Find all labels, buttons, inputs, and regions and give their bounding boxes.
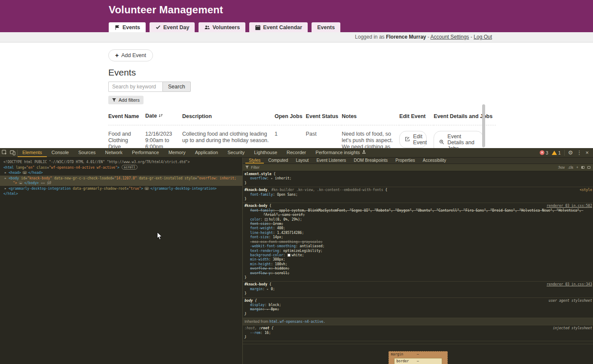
css-declaration[interactable]: font-weight: 400; [245, 226, 591, 231]
app-tab-event-day[interactable]: Event Day [150, 22, 195, 32]
sidebar-tab-accessibility[interactable]: Accessibility [419, 158, 449, 164]
expand-arrow-icon[interactable]: ▶ [5, 176, 9, 181]
settings-gear-icon[interactable]: ⚙ [568, 150, 573, 155]
dom-tree-node[interactable]: </html> [0, 191, 242, 197]
column-header-notes[interactable]: Notes [342, 108, 399, 125]
style-rule[interactable]: renderer_03_in.css:502#knack-body {font-… [243, 203, 593, 282]
color-swatch[interactable] [265, 218, 268, 221]
devtools-tab-elements[interactable]: Elements [18, 148, 47, 157]
css-declaration[interactable]: overflow: ▸ inherit; [245, 176, 591, 181]
css-declaration[interactable]: min-height: 100vh; [245, 262, 591, 267]
expand-arrow-icon[interactable]: ▶ [5, 170, 9, 175]
sidebar-tab-styles[interactable]: Styles [245, 158, 264, 164]
log-out-link[interactable]: Log Out [474, 34, 492, 40]
dom-tree-node[interactable]: ▶<body id="knack-body" data-new-gr-c-s-c… [0, 176, 242, 181]
account-settings-link[interactable]: Account Settings [431, 34, 469, 40]
stylesheet-source-link[interactable]: user agent stylesheet [549, 299, 592, 303]
css-declaration[interactable]: text-rendering: optimizeLegibility; [245, 249, 591, 253]
sidebar-tab-layout[interactable]: Layout [292, 158, 312, 164]
devtools-tab-console[interactable]: Console [47, 148, 73, 157]
app-tab-events[interactable]: Events [312, 22, 340, 32]
column-header-event-name[interactable]: Event Name [108, 108, 145, 125]
toggle-hover-state-button[interactable]: :hov [558, 165, 565, 170]
add-event-button[interactable]: + Add Event [108, 49, 153, 61]
dom-tree-node[interactable]: ▶<head>…</head> [0, 170, 242, 176]
sidebar-tab-computed[interactable]: Computed [265, 158, 291, 164]
css-declaration[interactable]: line-height: 1.4285714286; [245, 231, 591, 235]
app-tab-event-calendar[interactable]: Event Calendar [249, 22, 308, 32]
sidebar-tab-dom-breakpoints[interactable]: DOM Breakpoints [350, 158, 391, 164]
table-vertical-scrollbar[interactable] [482, 104, 485, 147]
stylesheet-source-link[interactable]: renderer_03_in.css:343 [547, 282, 592, 287]
css-declaration[interactable]: display: block; [245, 303, 591, 307]
scroll-badge[interactable]: scroll [122, 165, 138, 170]
devtools-tab-application[interactable]: Application [190, 148, 223, 157]
toggle-classes-button[interactable]: .cls [568, 165, 573, 170]
devtools-tab-lighthouse[interactable]: Lighthouse [249, 148, 282, 157]
column-header-event-details-and-jobs[interactable]: Event Details and Jobs [434, 108, 496, 125]
devtools-tab-network[interactable]: Network [101, 148, 127, 157]
sidebar-tab-event-listeners[interactable]: Event Listeners [313, 158, 349, 164]
edit-event-button[interactable]: Edit Event [399, 131, 427, 148]
console-warnings-badge[interactable]: 1 [552, 150, 561, 155]
column-header-date[interactable]: Date [145, 108, 182, 125]
kebab-menu-icon[interactable]: ⋮ [576, 150, 582, 155]
css-declaration[interactable]: overflow-x: hidden; [245, 267, 591, 271]
app-tab-volunteers[interactable]: Volunteers [199, 22, 245, 32]
css-declaration[interactable]: -moz-osx-font-smoothing: grayscale; [245, 240, 591, 244]
column-header-description[interactable]: Description [182, 108, 275, 125]
style-rule[interactable]: element.style {overflow: ▸ inherit;} [243, 171, 593, 187]
rendering-emulation-icon[interactable] [581, 166, 584, 169]
devtools-tab-memory[interactable]: Memory [164, 148, 190, 157]
devtools-tab-recorder[interactable]: Recorder [282, 148, 311, 157]
css-declaration[interactable]: overflow-y: scroll; [245, 271, 591, 276]
stylesheet-source-link[interactable]: renderer_03_in.css:502 [547, 204, 592, 208]
column-header-event-status[interactable]: Event Status [306, 108, 342, 125]
box-model-diagram[interactable]: margin–border– [243, 344, 593, 364]
expand-arrow-icon[interactable]: ▶ [5, 186, 9, 191]
inherited-node-link[interactable]: html.wf-opensans-n4-active. [269, 320, 325, 324]
dom-tree-node[interactable]: ">…</body> == $0 [0, 181, 242, 186]
console-errors-badge[interactable]: ✕ 3 [540, 150, 548, 155]
style-rule[interactable]: injected stylesheet:host, :root {--rem: … [243, 325, 593, 341]
dom-tree-node[interactable]: ▶<grammarly-desktop-integration data-gra… [0, 186, 242, 191]
device-toolbar-icon[interactable] [10, 150, 15, 155]
close-devtools-icon[interactable]: × [585, 150, 589, 155]
expand-children-button[interactable]: … [18, 181, 23, 185]
css-declaration[interactable]: min-width: 300px; [245, 258, 591, 262]
sort-icon[interactable] [159, 113, 163, 119]
expand-children-button[interactable]: … [22, 171, 27, 174]
devtools-tab-sources[interactable]: Sources [73, 148, 100, 157]
inspect-element-icon[interactable] [2, 150, 7, 155]
column-header-edit-event[interactable]: Edit Event [399, 108, 434, 125]
computed-sidebar-icon[interactable] [587, 166, 590, 169]
css-declaration[interactable]: font-size: 1rem; [245, 222, 591, 226]
css-declaration[interactable]: font-size: 14px; [245, 235, 591, 240]
css-declaration[interactable]: background-color: white; [245, 253, 591, 258]
search-button[interactable]: Search [162, 82, 191, 92]
sidebar-tab-properties[interactable]: Properties [392, 158, 419, 164]
css-declaration[interactable]: font-family: -apple-system, BlinkMacSyst… [245, 209, 591, 218]
css-declaration[interactable]: margin: ▸ 8px; [245, 307, 591, 312]
css-declaration[interactable]: font-family: Open Sans; [245, 193, 591, 197]
column-header-open-jobs[interactable]: Open Jobs [275, 108, 306, 125]
color-swatch[interactable] [287, 254, 290, 257]
stylesheet-source-link[interactable]: injected stylesheet [553, 326, 592, 331]
css-declaration[interactable]: -webkit-font-smoothing: antialiased; [245, 244, 591, 249]
style-rule[interactable]: renderer_03_in.css:343#knack-body {margi… [243, 282, 593, 297]
css-declaration[interactable]: margin: ▸ 0; [245, 287, 591, 291]
css-declaration[interactable]: --rem: 16; [245, 331, 591, 335]
devtools-tab-performance[interactable]: Performance [127, 148, 164, 157]
devtools-tab-performance-insights[interactable]: Performance insights [311, 148, 370, 157]
style-rule[interactable]: <style#knack-body, #kn-builder .kn-view,… [243, 187, 593, 203]
new-style-rule-button[interactable]: + [576, 165, 578, 170]
expand-children-button[interactable]: … [144, 187, 149, 190]
devtools-tab-security[interactable]: Security [223, 148, 249, 157]
stylesheet-source-link[interactable]: <style [580, 188, 592, 192]
search-input[interactable] [108, 82, 162, 92]
dom-tree-node[interactable]: <!DOCTYPE html PUBLIC "-//W3C//DTD HTML … [0, 160, 242, 165]
app-tab-events[interactable]: Events [109, 22, 146, 32]
css-declaration[interactable]: color: hsl(0, 0%, 29%); [245, 218, 591, 222]
style-rule[interactable]: user agent stylesheetbody {display: bloc… [243, 298, 593, 318]
filter-label[interactable]: Filter [251, 165, 260, 170]
